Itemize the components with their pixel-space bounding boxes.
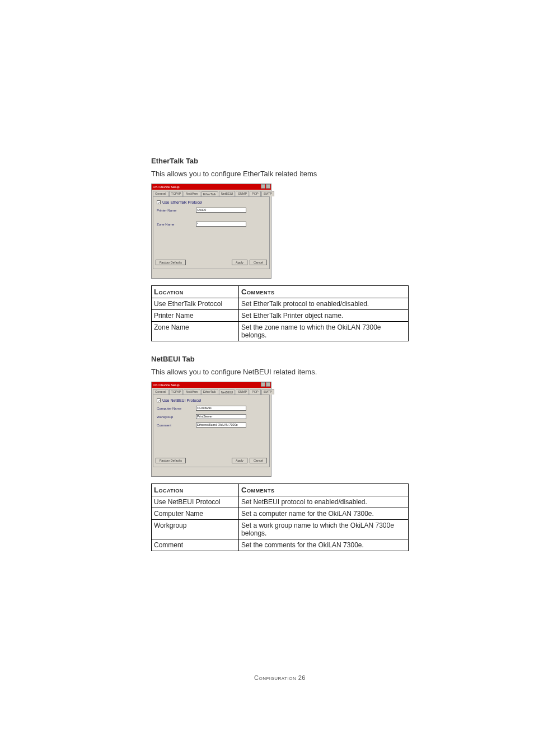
netbeui-desc: This allows you to configure NetBEUI rel…	[151, 368, 409, 376]
netbeui-table: Location Comments Use NetBEUI Protocol S…	[151, 483, 409, 551]
comment-field: EthernetBoard OkiLAN 7300e	[196, 422, 246, 428]
tab-netware: NetWare	[184, 191, 200, 196]
netbeui-heading: NetBEUI Tab	[151, 355, 409, 363]
factory-defaults-button: Factory Defaults	[156, 260, 186, 265]
table-row: Comment Set the comments for the OkiLAN …	[152, 539, 409, 551]
dialog-tabs: General TCP/IP NetWare EtherTalk NetBEUI…	[152, 388, 271, 395]
cell-comments: Set a computer name for the OkiLAN 7300e…	[239, 508, 409, 520]
close-icon	[266, 184, 270, 189]
tab-netbeui: NetBEUI	[219, 191, 235, 196]
use-ethertalk-label: Use EtherTalk Protocol	[162, 200, 202, 204]
table-row: Use EtherTalk Protocol Set EtherTalk pro…	[152, 298, 409, 310]
cell-location: Comment	[152, 539, 239, 551]
page-footer: Configuration 26	[151, 674, 409, 681]
col-location: Location	[152, 286, 239, 298]
computer-name-label: Computer Name	[157, 407, 196, 410]
table-row: Computer Name Set a computer name for th…	[152, 508, 409, 520]
tab-general: General	[153, 191, 168, 196]
tab-ethertalk: EtherTalk	[201, 389, 218, 395]
cell-comments: Set a work group name to which the OkiLA…	[239, 520, 409, 539]
col-comments: Comments	[239, 484, 409, 496]
cell-comments: Set NetBEUI protocol to enabled/disabled…	[239, 496, 409, 508]
apply-button: Apply	[232, 260, 247, 265]
cell-comments: Set the zone name to which the OkiLAN 73…	[239, 322, 409, 341]
cell-location: Use EtherTalk Protocol	[152, 298, 239, 310]
col-location: Location	[152, 484, 239, 496]
factory-defaults-button: Factory Defaults	[156, 458, 186, 463]
cancel-button: Cancel	[250, 458, 267, 463]
workgroup-label: Workgroup	[157, 415, 196, 419]
section-ethertalk: EtherTalk Tab This allows you to configu…	[151, 157, 409, 341]
close-icon	[266, 382, 270, 387]
table-row: Workgroup Set a work group name to which…	[152, 520, 409, 539]
table-row: Use NetBEUI Protocol Set NetBEUI protoco…	[152, 496, 409, 508]
checkbox-icon: ✓	[157, 200, 161, 204]
zone-name-label: Zone Name	[157, 223, 196, 226]
tab-snmp: SNMP	[236, 191, 249, 196]
help-icon	[261, 382, 265, 387]
dialog-titlebar: OKI Device Setup	[152, 382, 271, 388]
cell-comments: Set the comments for the OkiLAN 7300e.	[239, 539, 409, 551]
dialog-tabs: General TCP/IP NetWare EtherTalk NetBEUI…	[152, 190, 271, 196]
comment-label: Comment	[157, 424, 196, 427]
cell-location: Workgroup	[152, 520, 239, 539]
ethertalk-dialog: OKI Device Setup General TCP/IP NetWare …	[151, 184, 271, 279]
tab-general: General	[153, 389, 168, 395]
tab-tcpip: TCP/IP	[169, 191, 184, 196]
cell-comments: Set EtherTalk protocol to enabled/disabl…	[239, 298, 409, 310]
tab-netware: NetWare	[184, 389, 200, 395]
dialog-titlebar: OKI Device Setup	[152, 184, 271, 190]
dialog-title-text: OKI Device Setup	[153, 382, 180, 388]
zone-name-field: *	[196, 222, 246, 227]
dialog-title-text: OKI Device Setup	[153, 184, 180, 190]
tab-pop: POP	[250, 389, 261, 395]
tab-tcpip: TCP/IP	[169, 389, 184, 395]
tab-snmp: SNMP	[236, 389, 249, 395]
dialog-body: ✓ Use EtherTalk Protocol Printer Name C9…	[153, 196, 270, 269]
cell-location: Printer Name	[152, 310, 239, 322]
section-netbeui: NetBEUI Tab This allows you to configure…	[151, 355, 409, 551]
ethertalk-heading: EtherTalk Tab	[151, 157, 409, 165]
netbeui-dialog: OKI Device Setup General TCP/IP NetWare …	[151, 382, 271, 477]
help-icon	[261, 184, 265, 189]
tab-smtp: SMTP	[261, 389, 274, 395]
workgroup-field: PrintServer	[196, 414, 246, 419]
cell-location: Computer Name	[152, 508, 239, 520]
printer-name-field: C9300	[196, 208, 246, 213]
table-row: Zone Name Set the zone name to which the…	[152, 322, 409, 341]
table-row: Printer Name Set EtherTalk Printer objec…	[152, 310, 409, 322]
col-comments: Comments	[239, 286, 409, 298]
cancel-button: Cancel	[250, 260, 267, 265]
cell-comments: Set EtherTalk Printer object name.	[239, 310, 409, 322]
printer-name-label: Printer Name	[157, 209, 196, 212]
ethertalk-table: Location Comments Use EtherTalk Protocol…	[151, 285, 409, 341]
dialog-body: ✓ Use NetBEUI Protocol Computer Name OL0…	[153, 395, 270, 467]
tab-smtp: SMTP	[261, 191, 274, 196]
computer-name-field: OL093E9F	[196, 406, 246, 411]
cell-location: Use NetBEUI Protocol	[152, 496, 239, 508]
ethertalk-desc: This allows you to configure EtherTalk r…	[151, 170, 409, 178]
use-netbeui-label: Use NetBEUI Protocol	[162, 398, 201, 402]
checkbox-icon: ✓	[157, 398, 161, 402]
apply-button: Apply	[232, 458, 247, 463]
tab-pop: POP	[250, 191, 261, 196]
cell-location: Zone Name	[152, 322, 239, 341]
